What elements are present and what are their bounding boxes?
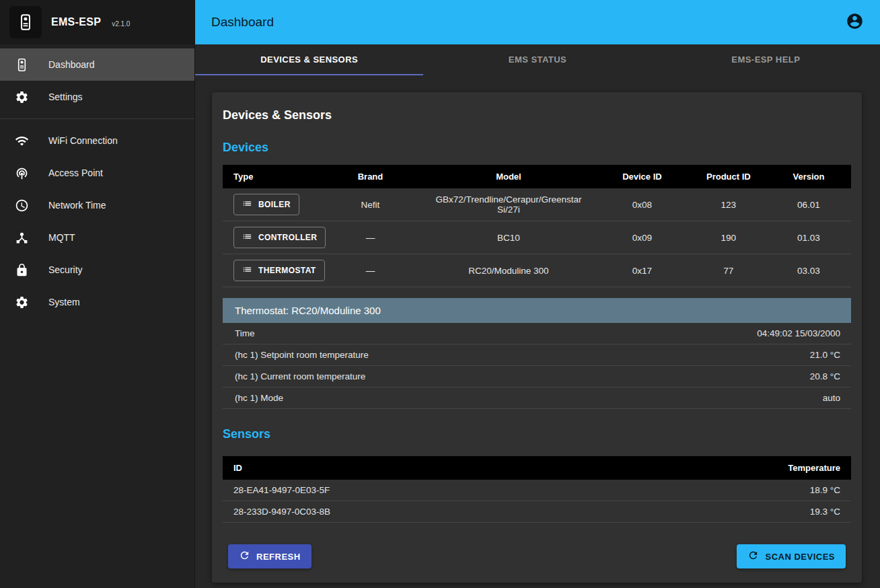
column-header-product-id: Product ID <box>691 165 766 188</box>
device-brand: — <box>317 221 424 254</box>
sidebar-header: EMS-ESP v2.1.0 <box>0 0 194 44</box>
table-row: 28-233D-9497-0C03-8B 19.3 °C <box>223 501 851 523</box>
column-header-brand: Brand <box>317 165 424 188</box>
column-header-temperature: Temperature <box>599 456 851 480</box>
sensor-id: 28-EA41-9497-0E03-5F <box>223 480 599 501</box>
actions-row: REFRESH SCAN DEVICES <box>223 544 851 568</box>
app-root: EMS-ESP v2.1.0 Dashboard Settings <box>0 0 880 588</box>
scan-devices-button[interactable]: SCAN DEVICES <box>737 544 846 568</box>
sidebar-item-wifi-connection[interactable]: WiFi Connection <box>0 124 194 157</box>
sidebar-nav: Dashboard Settings WiFi Connection Acces <box>0 44 194 318</box>
devices-table-header-row: Type Brand Model Device ID Product ID Ve… <box>223 165 851 188</box>
refresh-button[interactable]: REFRESH <box>228 544 311 568</box>
devices-heading: Devices <box>223 141 851 155</box>
device-version: 03.03 <box>766 254 851 287</box>
column-header-version: Version <box>766 165 851 188</box>
detail-value: auto <box>823 393 840 403</box>
detail-label: Time <box>235 328 255 338</box>
refresh-icon <box>747 550 759 563</box>
sidebar-item-label: Access Point <box>48 168 103 178</box>
device-type-label: THERMOSTAT <box>258 266 316 275</box>
column-header-device-id: Device ID <box>593 165 691 188</box>
sidebar-item-label: Settings <box>48 91 83 102</box>
detail-label: (hc 1) Current room temperature <box>235 371 365 381</box>
sensors-table-header-row: ID Temperature <box>223 456 851 480</box>
table-row: BOILER Nefit GBx72/Trendline/Cerapur/Gre… <box>223 188 851 221</box>
sidebar-item-network-time[interactable]: Network Time <box>0 189 194 221</box>
device-detail-header: Thermostat: RC20/Moduline 300 <box>223 298 851 323</box>
topbar: Dashboard <box>195 0 880 44</box>
sidebar-item-dashboard[interactable]: Dashboard <box>0 48 194 81</box>
tab-ems-esp-help[interactable]: EMS-ESP HELP <box>652 44 880 75</box>
detail-label: (hc 1) Mode <box>235 393 283 403</box>
gear-icon <box>13 90 30 104</box>
tab-bar: DEVICES & SENSORS EMS STATUS EMS-ESP HEL… <box>195 44 880 75</box>
tab-ems-status[interactable]: EMS STATUS <box>423 44 651 75</box>
list-icon <box>242 264 252 277</box>
device-model: GBx72/Trendline/Cerapur/Greenstar Si/27i <box>424 188 593 221</box>
device-id: 0x08 <box>593 188 691 221</box>
wifi-tethering-icon <box>13 166 30 180</box>
app-logo-icon <box>9 6 42 38</box>
device-model: BC10 <box>424 221 593 254</box>
product-id: 190 <box>691 221 766 254</box>
device-id: 0x09 <box>593 221 691 254</box>
sidebar-item-settings[interactable]: Settings <box>0 81 194 113</box>
column-header-type: Type <box>223 165 317 188</box>
thermostat-device-button[interactable]: THERMOSTAT <box>233 260 325 281</box>
account-button[interactable] <box>846 12 864 32</box>
sidebar-item-mqtt[interactable]: MQTT <box>0 221 194 254</box>
column-header-sensor-id: ID <box>223 456 599 480</box>
device-version: 06.01 <box>766 188 851 221</box>
detail-value: 20.8 °C <box>810 371 840 381</box>
product-id: 123 <box>691 188 766 221</box>
clock-icon <box>13 198 30 213</box>
list-item: (hc 1) Current room temperature 20.8 °C <box>223 366 851 388</box>
table-row: 28-EA41-9497-0E03-5F 18.9 °C <box>223 480 851 501</box>
detail-label: (hc 1) Setpoint room temperature <box>235 350 369 360</box>
wifi-icon <box>13 134 30 148</box>
page-title: Dashboard <box>211 15 274 30</box>
list-item: (hc 1) Mode auto <box>223 388 851 409</box>
sidebar-item-label: System <box>48 297 80 307</box>
sensors-heading: Sensors <box>223 427 851 441</box>
product-id: 77 <box>691 254 766 287</box>
sidebar-item-label: Dashboard <box>48 59 95 70</box>
device-version: 01.03 <box>766 221 851 254</box>
sidebar-item-access-point[interactable]: Access Point <box>0 157 194 189</box>
list-icon <box>242 231 252 244</box>
sidebar-item-label: WiFi Connection <box>48 135 118 146</box>
sensors-table: ID Temperature 28-EA41-9497-0E03-5F 18.9… <box>223 456 851 523</box>
device-brand: Nefit <box>317 188 424 221</box>
tab-devices-sensors[interactable]: DEVICES & SENSORS <box>195 44 423 75</box>
card-title: Devices & Sensors <box>223 108 851 122</box>
devices-sensors-card: Devices & Sensors Devices Type Brand Mod… <box>212 92 862 583</box>
boiler-device-button[interactable]: BOILER <box>233 194 299 215</box>
sensor-id: 28-233D-9497-0C03-8B <box>223 501 599 523</box>
device-type-label: BOILER <box>258 200 291 209</box>
account-circle-icon <box>846 12 864 32</box>
list-item: (hc 1) Setpoint room temperature 21.0 °C <box>223 344 851 366</box>
content-area: Devices & Sensors Devices Type Brand Mod… <box>195 75 880 588</box>
sidebar-item-system[interactable]: System <box>0 286 194 318</box>
lock-icon <box>13 263 30 277</box>
scan-devices-button-label: SCAN DEVICES <box>765 552 835 562</box>
list-item: Time 04:49:02 15/03/2000 <box>223 323 851 344</box>
detail-value: 04:49:02 15/03/2000 <box>757 328 840 338</box>
gear-icon <box>13 295 30 309</box>
device-id: 0x17 <box>593 254 691 287</box>
sidebar-item-security[interactable]: Security <box>0 254 194 286</box>
devices-table: Type Brand Model Device ID Product ID Ve… <box>223 165 851 287</box>
detail-value: 21.0 °C <box>810 350 840 360</box>
device-detail-list: Time 04:49:02 15/03/2000 (hc 1) Setpoint… <box>223 323 851 409</box>
device-type-label: CONTROLLER <box>258 233 317 242</box>
sidebar-item-label: Security <box>48 264 83 275</box>
sensor-temperature: 18.9 °C <box>599 480 851 501</box>
refresh-icon <box>239 550 250 563</box>
sidebar-item-label: MQTT <box>48 232 75 243</box>
sidebar: EMS-ESP v2.1.0 Dashboard Settings <box>0 0 195 588</box>
sidebar-divider <box>0 118 194 119</box>
table-row: CONTROLLER — BC10 0x09 190 01.03 <box>223 221 851 254</box>
device-hub-icon <box>13 231 30 245</box>
controller-device-button[interactable]: CONTROLLER <box>233 227 326 248</box>
